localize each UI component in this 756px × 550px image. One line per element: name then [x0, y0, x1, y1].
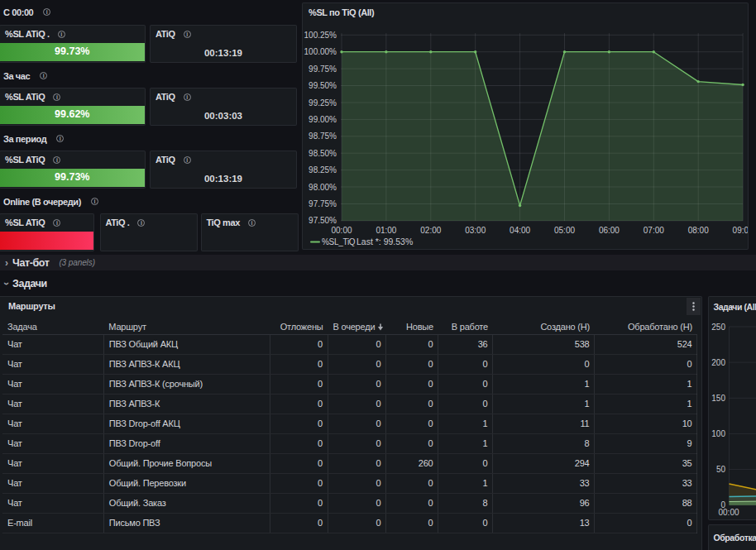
svg-text:00:00: 00:00 — [331, 226, 352, 235]
svg-text:98.75%: 98.75% — [309, 132, 337, 141]
svg-text:99.75%: 99.75% — [309, 65, 337, 74]
svg-text:100: 100 — [711, 429, 725, 438]
svg-text:100.25%: 100.25% — [304, 31, 337, 40]
svg-text:98.00%: 98.00% — [309, 183, 337, 192]
svg-text:98.50%: 98.50% — [309, 149, 337, 158]
svg-text:03:00: 03:00 — [465, 226, 486, 235]
svg-text:99.25%: 99.25% — [309, 98, 337, 108]
svg-text:02:00: 02:00 — [420, 226, 441, 235]
svg-text:01:00: 01:00 — [376, 226, 396, 235]
svg-text:06:00: 06:00 — [599, 226, 620, 235]
svg-text:04:00: 04:00 — [510, 226, 530, 235]
svg-text:05:00: 05:00 — [554, 226, 575, 235]
svg-text:97.75%: 97.75% — [309, 199, 337, 208]
svg-text:Last *: 99.53%: Last *: 99.53% — [356, 237, 413, 246]
svg-text:200: 200 — [711, 358, 725, 367]
svg-text:50: 50 — [715, 465, 725, 474]
svg-text:99.50%: 99.50% — [309, 81, 337, 90]
svg-text:%SL_TiQ: %SL_TiQ — [322, 237, 356, 246]
svg-text:97.50%: 97.50% — [309, 216, 337, 225]
svg-text:07:00: 07:00 — [644, 226, 664, 235]
svg-text:99.00%: 99.00% — [309, 115, 337, 124]
svg-text:09:00: 09:00 — [733, 226, 748, 235]
svg-text:08:00: 08:00 — [688, 226, 709, 235]
svg-text:250: 250 — [711, 323, 725, 332]
svg-text:00:00: 00:00 — [718, 508, 739, 517]
svg-text:150: 150 — [711, 394, 725, 403]
svg-text:98.25%: 98.25% — [309, 165, 337, 175]
svg-text:100.00%: 100.00% — [304, 47, 337, 56]
